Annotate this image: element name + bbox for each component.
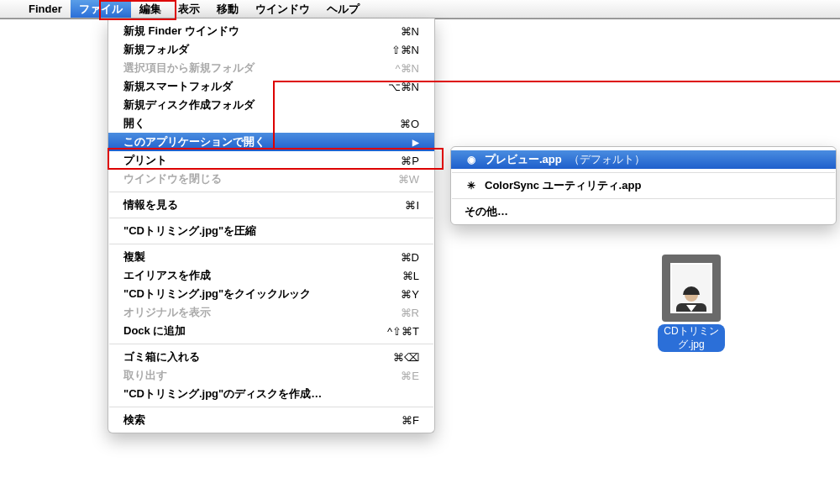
menu-item-shortcut: ⌘E	[401, 370, 419, 382]
menu-separator	[109, 244, 433, 244]
menu-item-shortcut: ^⌘N	[396, 62, 420, 75]
menu-item-shortcut: ⌘F	[402, 414, 419, 427]
file-menu-item: 取り出す⌘E	[108, 366, 434, 385]
menu-item-label: 検索	[123, 412, 145, 428]
file-menu-item[interactable]: 新規フォルダ⇧⌘N	[108, 40, 434, 59]
menu-item-label: 新規 Finder ウインドウ	[123, 24, 239, 39]
file-menu-item[interactable]: 新規スマートフォルダ⌥⌘N	[108, 77, 434, 96]
menu-item-label: 新規フォルダ	[123, 42, 189, 57]
menu-view[interactable]: 表示	[170, 0, 208, 18]
menu-separator	[109, 192, 433, 192]
menu-item-shortcut: ⌘R	[401, 307, 419, 319]
menu-item-label: "CDトリミング.jpg"を圧縮	[123, 223, 256, 239]
menu-separator	[109, 407, 433, 407]
file-menu-item: ウインドウを閉じる⌘W	[108, 170, 434, 188]
menu-item-label: "CDトリミング.jpg"をクイックルック	[123, 286, 311, 302]
menu-edit[interactable]: 編集	[131, 0, 170, 18]
menu-item-label: 選択項目から新規フォルダ	[123, 60, 255, 76]
menu-item-label: 複製	[123, 249, 145, 265]
other-label: その他…	[465, 204, 508, 219]
colorsync-app-icon: ✳︎	[465, 179, 478, 192]
menu-item-shortcut: ⌘D	[401, 251, 419, 264]
open-with-submenu: ◉ プレビュー.app （デフォルト） ✳︎ ColorSync ユーティリティ…	[450, 146, 837, 225]
file-menu-dropdown: 新規 Finder ウインドウ⌘N新規フォルダ⇧⌘N選択項目から新規フォルダ^⌘…	[108, 18, 435, 433]
menu-item-shortcut: ⌘⌫	[393, 351, 419, 364]
file-menu-item[interactable]: 複製⌘D	[108, 248, 434, 266]
app-name[interactable]: Finder	[20, 0, 71, 18]
menu-item-label: このアプリケーションで開く	[123, 134, 265, 150]
menubar: Finder ファイル 編集 表示 移動 ウインドウ ヘルプ	[0, 0, 840, 18]
file-menu-item[interactable]: 情報を見る⌘I	[108, 196, 434, 214]
menu-item-shortcut: ⌘W	[398, 173, 419, 186]
menu-item-label: 情報を見る	[123, 197, 178, 213]
menu-item-label: 開く	[123, 116, 145, 131]
menu-item-shortcut: ⌘P	[401, 155, 419, 167]
submenu-separator-2	[452, 198, 835, 199]
file-menu-item[interactable]: 開く⌘O	[108, 114, 434, 133]
open-with-colorsync[interactable]: ✳︎ ColorSync ユーティリティ.app	[451, 176, 836, 195]
menu-item-label: ゴミ箱に入れる	[123, 349, 200, 365]
menu-help[interactable]: ヘルプ	[318, 0, 368, 18]
menu-item-label: 取り出す	[123, 368, 167, 383]
file-menu-item[interactable]: 新規 Finder ウインドウ⌘N	[108, 22, 434, 40]
submenu-arrow-icon: ▶	[412, 138, 419, 147]
menu-item-shortcut: ⌘N	[401, 25, 419, 38]
file-menu-item[interactable]: "CDトリミング.jpg"のディスクを作成…	[108, 385, 434, 403]
menu-item-shortcut: ⌘L	[402, 270, 419, 282]
desktop-file-icon[interactable]: CDトリミング.jpg	[658, 255, 725, 352]
open-with-other[interactable]: その他…	[451, 202, 836, 221]
menu-item-label: プリント	[123, 153, 167, 168]
file-thumbnail	[662, 255, 721, 322]
file-menu-item: 選択項目から新規フォルダ^⌘N	[108, 59, 434, 77]
menu-item-label: エイリアスを作成	[123, 268, 211, 283]
submenu-separator	[452, 172, 835, 173]
menu-item-shortcut: ^⇧⌘T	[387, 325, 419, 338]
file-menu-item[interactable]: 検索⌘F	[108, 411, 434, 429]
menu-file[interactable]: ファイル	[71, 0, 131, 18]
default-app-name: プレビュー.app	[485, 152, 562, 167]
file-menu-item[interactable]: ゴミ箱に入れる⌘⌫	[108, 348, 434, 366]
menu-item-label: オリジナルを表示	[123, 305, 211, 320]
menu-item-label: 新規スマートフォルダ	[123, 79, 233, 94]
menu-separator	[109, 218, 433, 218]
menu-item-shortcut: ⌘O	[400, 118, 419, 130]
file-menu-item[interactable]: このアプリケーションで開く▶	[108, 133, 434, 151]
file-menu-item[interactable]: プリント⌘P	[108, 151, 434, 170]
menu-item-shortcut: ⌥⌘N	[388, 81, 419, 93]
menu-item-label: "CDトリミング.jpg"のディスクを作成…	[123, 386, 322, 402]
default-suffix: （デフォルト）	[569, 152, 645, 167]
menu-item-label: Dock に追加	[123, 323, 186, 339]
file-menu-item: オリジナルを表示⌘R	[108, 303, 434, 322]
file-menu-item[interactable]: Dock に追加^⇧⌘T	[108, 322, 434, 340]
menu-item-label: 新規ディスク作成フォルダ	[123, 97, 255, 113]
preview-app-icon: ◉	[465, 153, 478, 166]
menu-item-shortcut: ⌘Y	[401, 288, 419, 301]
file-menu-item[interactable]: "CDトリミング.jpg"を圧縮	[108, 222, 434, 240]
menu-separator	[109, 344, 433, 344]
menu-go[interactable]: 移動	[208, 0, 247, 18]
file-label: CDトリミング.jpg	[658, 324, 725, 352]
colorsync-app-name: ColorSync ユーティリティ.app	[485, 178, 641, 193]
menu-window[interactable]: ウインドウ	[247, 0, 318, 18]
file-menu-item[interactable]: 新規ディスク作成フォルダ	[108, 96, 434, 114]
menu-item-label: ウインドウを閉じる	[123, 171, 222, 186]
file-menu-item[interactable]: エイリアスを作成⌘L	[108, 266, 434, 285]
open-with-default-app[interactable]: ◉ プレビュー.app （デフォルト）	[451, 150, 836, 169]
file-menu-item[interactable]: "CDトリミング.jpg"をクイックルック⌘Y	[108, 285, 434, 303]
menu-item-shortcut: ⇧⌘N	[391, 44, 419, 56]
menu-item-shortcut: ⌘I	[405, 199, 419, 212]
